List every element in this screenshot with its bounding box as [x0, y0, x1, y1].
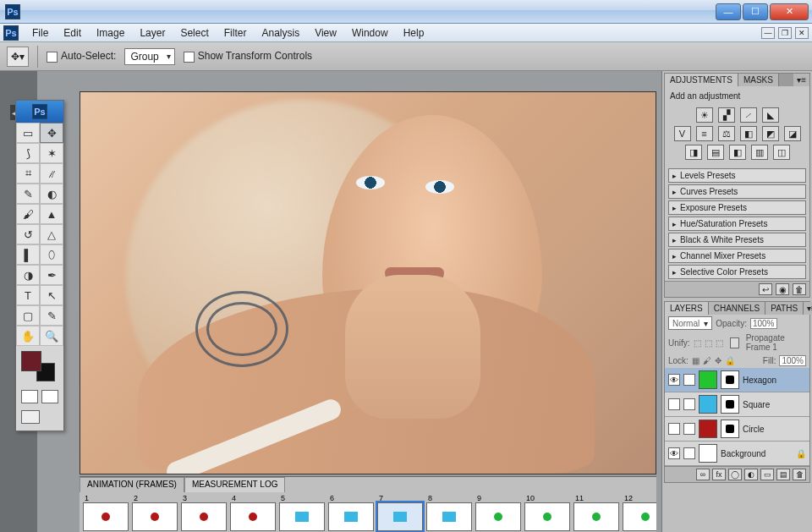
animation-frame[interactable]: 70 sec. ▾	[377, 494, 423, 532]
adjustments-panel-menu-icon[interactable]: ▾≡	[793, 74, 809, 86]
layer-visibility-icon[interactable]: 👁	[668, 447, 680, 459]
layer-new-icon[interactable]: ▤	[776, 469, 790, 480]
layer-visibility-icon[interactable]	[668, 398, 680, 410]
adj-photo-filter-icon[interactable]: ◩	[762, 126, 779, 141]
tool-marquee[interactable]: ▭	[16, 123, 40, 143]
layer-adjust-icon[interactable]: ◐	[744, 469, 758, 480]
layer-link-icon[interactable]: ∞	[696, 469, 710, 480]
preset-selective-color-presets[interactable]: Selective Color Presets	[668, 265, 806, 279]
unify-visibility-icon[interactable]: ⬚	[705, 338, 712, 348]
layer-row[interactable]: Square	[665, 392, 809, 417]
tool-heal[interactable]: ◐	[40, 184, 63, 204]
unify-position-icon[interactable]: ⬚	[694, 338, 701, 348]
animation-frame[interactable]: 110 sec. ▾	[573, 494, 619, 532]
tab-layers[interactable]: LAYERS	[665, 302, 709, 315]
opacity-value[interactable]: 100%	[750, 318, 777, 329]
layer-thumbnail[interactable]	[699, 444, 717, 463]
tab-adjustments[interactable]: ADJUSTMENTS	[665, 74, 738, 86]
menu-file[interactable]: File	[25, 25, 55, 41]
menu-window[interactable]: Window	[345, 25, 395, 41]
animation-frame[interactable]: 60 sec. ▾	[328, 494, 374, 532]
layer-visibility-icon[interactable]	[668, 423, 680, 435]
preset-channel-mixer-presets[interactable]: Channel Mixer Presets	[668, 249, 806, 263]
tab-channels[interactable]: CHANNELS	[709, 302, 765, 315]
tool-lasso[interactable]: ⟆	[16, 143, 40, 163]
layer-row[interactable]: Circle	[665, 417, 809, 442]
adj-posterize-icon[interactable]: ▤	[707, 145, 724, 160]
layer-mask-thumbnail[interactable]	[721, 420, 739, 438]
layer-link-cell[interactable]	[683, 398, 695, 410]
auto-select-combo[interactable]: Group	[124, 48, 174, 65]
frame-thumbnail[interactable]	[475, 502, 521, 531]
layer-visibility-icon[interactable]: 👁	[668, 374, 680, 386]
blend-mode-combo[interactable]: Normal	[668, 316, 712, 330]
menu-image[interactable]: Image	[90, 25, 131, 41]
animation-frame[interactable]: 120 sec. ▾	[623, 494, 656, 532]
doc-minimize-button[interactable]: —	[761, 27, 775, 39]
layer-trash-icon[interactable]: 🗑	[793, 469, 806, 480]
preset-levels-presets[interactable]: Levels Presets	[668, 168, 806, 183]
adj-vibrance-icon[interactable]: V	[674, 126, 691, 141]
tab-paths[interactable]: PATHS	[765, 302, 804, 315]
show-transform-checkbox[interactable]: Show Transform Controls	[184, 50, 312, 62]
menu-edit[interactable]: Edit	[57, 25, 88, 41]
animation-frame[interactable]: 90 sec. ▾	[475, 494, 521, 532]
document-canvas[interactable]	[80, 91, 656, 474]
menu-analysis[interactable]: Analysis	[255, 25, 306, 41]
adj-footer-view-icon[interactable]: ◉	[776, 283, 789, 295]
tool-crop[interactable]: ⌗	[16, 163, 40, 184]
screen-mode-icon[interactable]	[21, 410, 40, 424]
frame-thumbnail[interactable]	[230, 502, 276, 531]
adj-hue-icon[interactable]: ≡	[696, 126, 713, 141]
tool-move[interactable]: ✥	[40, 123, 63, 143]
layer-mask-icon[interactable]: ◯	[728, 469, 742, 480]
tool-zoom[interactable]: 🔍	[40, 326, 63, 346]
standard-mode-icon[interactable]	[21, 390, 38, 403]
animation-frame[interactable]: 10 sec. ▾	[83, 494, 129, 532]
doc-close-button[interactable]: ✕	[795, 27, 809, 39]
tool-eraser[interactable]: △	[40, 224, 63, 244]
active-tool-icon[interactable]: ✥▾	[7, 47, 29, 67]
layer-link-cell[interactable]	[683, 447, 695, 459]
tool-path[interactable]: ↖	[40, 285, 63, 305]
adj-brightness-icon[interactable]: ☀	[696, 107, 713, 123]
tool-stamp[interactable]: ▲	[40, 204, 63, 224]
preset-exposure-presets[interactable]: Exposure Presets	[668, 200, 806, 215]
layer-link-cell[interactable]	[683, 374, 695, 386]
adj-threshold-icon[interactable]: ◧	[729, 145, 746, 160]
adj-invert-icon[interactable]: ◨	[685, 145, 702, 160]
layers-panel-menu-icon[interactable]: ▾≡	[804, 302, 812, 315]
layer-row[interactable]: 👁Background🔒	[665, 442, 809, 466]
animation-frame[interactable]: 80 sec. ▾	[426, 494, 472, 532]
layer-thumbnail[interactable]	[699, 370, 717, 389]
frame-thumbnail[interactable]	[524, 502, 570, 531]
tool-gradient[interactable]: ▌	[16, 244, 40, 265]
color-swatches[interactable]	[21, 351, 55, 381]
tool-notes[interactable]: ✎	[40, 305, 63, 326]
preset-curves-presets[interactable]: Curves Presets	[668, 184, 806, 199]
animation-frame[interactable]: 30 sec. ▾	[181, 494, 227, 532]
adj-footer-clip-icon[interactable]: ↩	[759, 283, 772, 295]
lock-image-icon[interactable]: 🖌	[703, 356, 711, 365]
menu-select[interactable]: Select	[173, 25, 215, 41]
animation-frame[interactable]: 20 sec. ▾	[132, 494, 178, 532]
tool-dodge[interactable]: ◑	[16, 265, 40, 285]
animation-frame[interactable]: 50 sec. ▾	[279, 494, 325, 532]
adj-gradient-map-icon[interactable]: ▥	[751, 145, 768, 160]
menu-filter[interactable]: Filter	[217, 25, 254, 41]
layer-mask-thumbnail[interactable]	[721, 395, 739, 414]
adj-footer-trash-icon[interactable]: 🗑	[793, 283, 806, 295]
layer-group-icon[interactable]: ▭	[760, 469, 774, 480]
foreground-color-swatch[interactable]	[21, 351, 41, 371]
adj-balance-icon[interactable]: ⚖	[718, 126, 735, 141]
tool-history[interactable]: ↺	[16, 224, 40, 244]
frame-thumbnail[interactable]	[573, 502, 619, 531]
layer-mask-thumbnail[interactable]	[721, 370, 739, 389]
adj-selective-color-icon[interactable]: ◫	[773, 145, 790, 160]
frame-thumbnail[interactable]	[377, 502, 423, 531]
lock-position-icon[interactable]: ✥	[715, 356, 721, 365]
menu-view[interactable]: View	[308, 25, 343, 41]
menu-layer[interactable]: Layer	[133, 25, 172, 41]
tab-measurement-log[interactable]: MEASUREMENT LOG	[184, 477, 286, 492]
adj-exposure-icon[interactable]: ◣	[762, 107, 779, 123]
